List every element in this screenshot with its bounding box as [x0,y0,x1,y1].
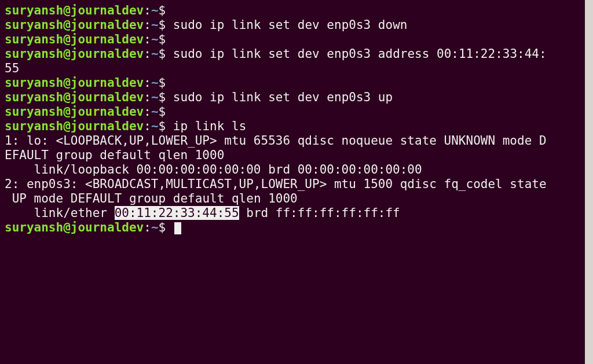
prompt-end: $ [159,76,166,90]
command-wrap: 55 [5,61,19,75]
prompt-user: suryansh@journaldev [5,32,144,46]
prompt-line: suryansh@journaldev:~$ [5,90,166,104]
terminal-output[interactable]: suryansh@journaldev:~$ suryansh@journald… [5,3,588,235]
cursor-icon [174,222,181,234]
output-line: link/ether [5,206,115,220]
prompt-line: suryansh@journaldev:~$ [5,105,166,119]
prompt-line: suryansh@journaldev:~$ [5,32,166,46]
output-line: EFAULT group default qlen 1000 [5,148,224,162]
prompt-line: suryansh@journaldev:~$ [5,119,166,133]
prompt-user: suryansh@journaldev [5,105,144,119]
prompt-end: $ [159,32,166,46]
prompt-sep: : [144,18,151,32]
prompt-end: $ [159,90,166,104]
command-text: sudo ip link set dev enp0s3 address 00:1… [173,47,547,61]
prompt-line: suryansh@journaldev:~$ [5,47,166,61]
prompt-user: suryansh@journaldev [5,76,144,90]
prompt-sep: : [144,3,151,17]
prompt-path: ~ [151,76,159,90]
prompt-path: ~ [151,32,159,46]
prompt-end: $ [159,47,166,61]
prompt-sep: : [144,119,151,133]
command-text: ip link ls [173,119,246,133]
prompt-path: ~ [151,220,159,234]
prompt-path: ~ [151,90,159,104]
prompt-sep: : [144,220,151,234]
prompt-user: suryansh@journaldev [5,3,144,17]
prompt-end: $ [159,3,166,17]
prompt-path: ~ [151,18,159,32]
prompt-end: $ [159,220,166,234]
prompt-sep: : [144,105,151,119]
prompt-path: ~ [151,119,159,133]
prompt-end: $ [159,105,166,119]
output-line: 1: lo: <LOOPBACK,UP,LOWER_UP> mtu 65536 … [5,134,547,148]
prompt-user: suryansh@journaldev [5,47,144,61]
prompt-sep: : [144,32,151,46]
output-line: 2: enp0s3: <BROADCAST,MULTICAST,UP,LOWER… [5,177,547,191]
prompt-end: $ [159,18,166,32]
prompt-user: suryansh@journaldev [5,220,144,234]
command-text: sudo ip link set dev enp0s3 down [173,18,408,32]
output-line: UP mode DEFAULT group default qlen 1000 [5,192,298,205]
output-line: brd ff:ff:ff:ff:ff:ff [239,206,400,220]
prompt-path: ~ [151,105,159,119]
prompt-path: ~ [151,47,159,61]
prompt-user: suryansh@journaldev [5,18,144,32]
prompt-user: suryansh@journaldev [5,119,144,133]
prompt-sep: : [144,90,151,104]
prompt-end: $ [159,119,166,133]
prompt-user: suryansh@journaldev [5,90,144,104]
prompt-line: suryansh@journaldev:~$ [5,3,166,17]
prompt-path: ~ [151,3,159,17]
prompt-line: suryansh@journaldev:~$ [5,18,166,32]
scrollbar[interactable] [585,0,593,364]
prompt-line: suryansh@journaldev:~$ [5,220,166,234]
command-text: sudo ip link set dev enp0s3 up [173,90,393,104]
prompt-sep: : [144,47,151,61]
prompt-line: suryansh@journaldev:~$ [5,76,166,90]
highlighted-mac: 00:11:22:33:44:55 [115,206,239,220]
prompt-sep: : [144,76,151,90]
output-line: link/loopback 00:00:00:00:00:00 brd 00:0… [5,163,422,177]
